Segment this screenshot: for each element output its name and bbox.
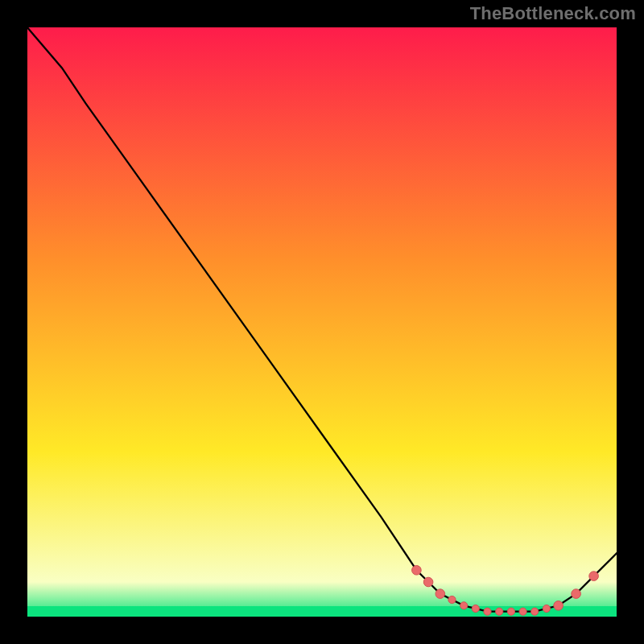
marker-point [543, 605, 550, 612]
marker-point [572, 589, 581, 599]
marker-point [484, 608, 491, 615]
marker-point [507, 608, 514, 615]
marker-point [460, 602, 468, 609]
marker-point [519, 608, 526, 615]
marker-point [589, 572, 599, 581]
marker-point [554, 601, 564, 611]
chart-stage: TheBottleneck.com [0, 0, 644, 644]
marker-point [531, 608, 539, 615]
marker-point [423, 577, 433, 587]
marker-point [412, 566, 422, 576]
watermark-text: TheBottleneck.com [470, 3, 636, 24]
marker-point [436, 589, 445, 599]
marker-point [448, 596, 456, 603]
marker-point [472, 605, 479, 612]
marker-point [496, 608, 503, 615]
plot-gradient-background [27, 27, 617, 617]
chart-svg [0, 0, 644, 644]
